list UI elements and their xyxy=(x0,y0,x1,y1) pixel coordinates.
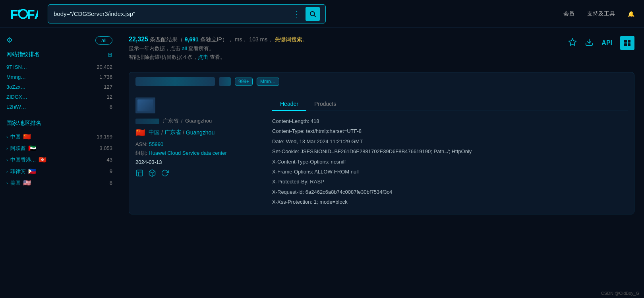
api-label[interactable]: API xyxy=(601,39,612,47)
country-name: 美国 xyxy=(10,179,21,187)
sidebar-fingerprint-item[interactable]: L2hiW…8 xyxy=(6,102,112,112)
svg-rect-11 xyxy=(628,43,630,46)
header-line: Date: Wed, 13 Mar 2024 11:21:29 GMT xyxy=(272,137,628,146)
screenshot-icon[interactable] xyxy=(135,169,143,179)
tab-header[interactable]: Header xyxy=(272,97,306,111)
notification-bell-icon[interactable]: 🔔 xyxy=(628,11,634,17)
keyword-search-link[interactable]: 关键词搜索。 xyxy=(275,36,308,43)
china-flag-icon: 🇨🇳 xyxy=(135,128,145,137)
asn-link[interactable]: 55990 xyxy=(149,141,163,147)
header: F FA ⋮ 会员 支持及工具 🔔 xyxy=(0,0,644,28)
org-link[interactable]: Huawei Cloud Service data center xyxy=(149,150,227,156)
grid-view-button[interactable] xyxy=(620,36,634,50)
fingerprint-list: 9TliSN…20,402Mmng…1,7363oZzx…127ZIDGX…12… xyxy=(6,62,112,112)
header-content: Content-Length: 418Content-Type: text/ht… xyxy=(272,117,628,207)
chevron-right-icon: › xyxy=(6,169,8,174)
all-link[interactable]: all xyxy=(182,45,187,51)
refresh-icon[interactable] xyxy=(161,169,169,179)
chevron-right-icon: › xyxy=(6,181,8,185)
credit-text: CSDN @OldBoy_G xyxy=(601,291,639,296)
country-flag-icon: 🇭🇰 xyxy=(39,156,46,164)
nav-member[interactable]: 会员 xyxy=(563,10,574,18)
sidebar-country-item[interactable]: › 菲律宾 🇵🇭 9 xyxy=(6,166,112,177)
chevron-right-icon: › xyxy=(6,134,8,139)
funnel-icon[interactable]: ⊞ xyxy=(108,51,112,58)
search-button[interactable] xyxy=(306,7,320,21)
main-layout: ⚙ all 网站指纹排名 ⊞ 9TliSN…20,402Mmng…1,7363o… xyxy=(0,28,644,298)
results-honeypot: 智能排除蜜罐/仿冒数据 4 条，点击 查看。 xyxy=(129,54,308,61)
country-section-title: 国家/地区排名 xyxy=(6,120,112,127)
sidebar-fingerprint-item[interactable]: 3oZzx…127 xyxy=(6,82,112,92)
badge-count: 999+ xyxy=(235,78,253,86)
svg-rect-12 xyxy=(137,170,143,176)
card-flag-row: 🇨🇳 中国 / 广东省 / Guangzhou xyxy=(135,128,263,137)
badge-label[interactable]: Mmn… xyxy=(257,78,279,86)
sidebar-country-item[interactable]: › 中国 🇨🇳 19,199 xyxy=(6,131,112,142)
logo[interactable]: F FA xyxy=(10,4,38,23)
sidebar-country-item[interactable]: › 美国 🇺🇸 8 xyxy=(6,177,112,189)
card-org: 组织: Huawei Cloud Service data center xyxy=(135,150,263,157)
sidebar-fingerprint-item[interactable]: ZIDGX…12 xyxy=(6,92,112,102)
tab-products[interactable]: Products xyxy=(306,97,344,111)
country-name: 阿联酋 xyxy=(10,145,26,152)
fingerprint-section-title: 网站指纹排名 ⊞ xyxy=(6,51,112,58)
all-badge-button[interactable]: all xyxy=(95,36,112,45)
country-flag-icon: 🇨🇳 xyxy=(23,133,31,140)
search-options-icon[interactable]: ⋮ xyxy=(293,9,302,19)
svg-rect-9 xyxy=(628,40,630,43)
country-list: › 中国 🇨🇳 19,199 › 阿联酋 🇦🇪 3,053 › 中国香港… 🇭🇰… xyxy=(6,131,112,189)
country-flag-icon: 🇺🇸 xyxy=(23,179,31,187)
country-link[interactable]: 中国 xyxy=(149,129,160,136)
ms-label: ms， xyxy=(235,36,248,43)
header-line: X-Protected-By: RASP xyxy=(272,177,628,186)
content-area: 22,325 条匹配结果（ 9,691 条独立IP）， ms， 103 ms， … xyxy=(119,28,644,298)
header-line: Content-Type: text/html;charset=UTF-8 xyxy=(272,127,628,136)
chevron-right-icon: › xyxy=(6,158,8,162)
svg-rect-8 xyxy=(624,40,627,43)
country-flag-icon: 🇦🇪 xyxy=(28,144,36,152)
search-input[interactable] xyxy=(54,10,293,17)
province-link[interactable]: 广东省 xyxy=(164,129,181,136)
sidebar-fingerprint-item[interactable]: Mmng…1,736 xyxy=(6,72,112,82)
label-unique-ip: 条独立IP）， xyxy=(200,36,233,43)
country-name: 中国 xyxy=(10,133,21,140)
total-count: 22,325 xyxy=(129,36,148,43)
filter-icon[interactable]: ⚙ xyxy=(6,36,13,45)
city-link[interactable]: Guangzhou xyxy=(186,129,215,136)
country-count: 43 xyxy=(107,157,112,163)
country-name: 菲律宾 xyxy=(10,168,26,175)
header-line: Set-Cookie: JSESSIONID=BF261D6E2881702E3… xyxy=(272,147,628,156)
sidebar-fingerprint-item[interactable]: 9TliSN…20,402 xyxy=(6,62,112,72)
card-date: 2024-03-13 xyxy=(135,159,263,165)
sidebar-country-item[interactable]: › 阿联酋 🇦🇪 3,053 xyxy=(6,142,112,154)
svg-text:F: F xyxy=(10,7,18,21)
country-count: 9 xyxy=(110,168,112,174)
download-icon[interactable] xyxy=(585,38,594,49)
svg-rect-10 xyxy=(624,43,627,46)
nav-tools[interactable]: 支持及工具 xyxy=(587,10,615,18)
card-body: 广东省 / Guangzhou 🇨🇳 中国 / 广东省 / Guangzhou xyxy=(129,91,634,214)
star-icon[interactable] xyxy=(568,38,577,49)
port-blurred xyxy=(219,77,231,86)
results-header: 22,325 条匹配结果（ 9,691 条独立IP）， ms， 103 ms， … xyxy=(129,36,308,61)
header-line: X-Frame-Options: ALLOW-FROM null xyxy=(272,167,628,176)
card-location: 中国 / 广东省 / Guangzhou xyxy=(149,129,215,136)
honeypot-click[interactable]: 点击 xyxy=(198,54,208,60)
sidebar-country-item[interactable]: › 中国香港… 🇭🇰 43 xyxy=(6,154,112,166)
card-location-small: 广东省 / Guangzhou xyxy=(135,117,263,125)
ms-unit: ms， xyxy=(260,36,273,43)
country-count: 3,053 xyxy=(99,145,112,151)
card-right: Header Products Content-Length: 418Conte… xyxy=(272,97,628,208)
chevron-right-icon: › xyxy=(6,146,8,151)
ms-value: 103 xyxy=(249,36,258,43)
svg-point-3 xyxy=(18,10,21,12)
tabs: Header Products xyxy=(272,97,628,111)
results-info: 显示一年内数据，点击 all 查看所有。 xyxy=(129,45,308,52)
country-count: 19,199 xyxy=(97,134,112,140)
header-line: X-Xss-Protection: 1; mode=block xyxy=(272,197,628,206)
cube-icon[interactable] xyxy=(148,169,156,179)
card-thumbnail xyxy=(135,97,155,113)
country-name: 中国香港… xyxy=(10,156,36,164)
result-card: 999+ Mmn… 广东省 / Guangzhou 🇨🇳 xyxy=(129,72,634,214)
search-bar: ⋮ xyxy=(48,4,326,23)
